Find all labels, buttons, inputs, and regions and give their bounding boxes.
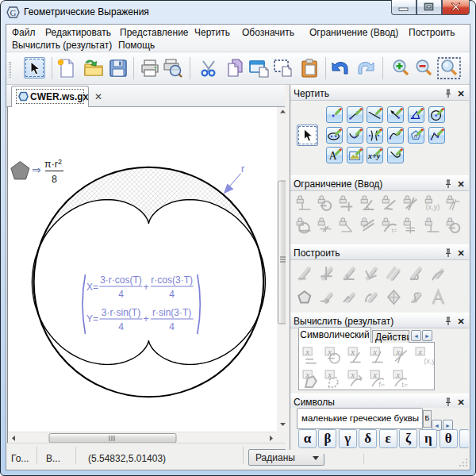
svg-text:(x,y): (x,y): [424, 357, 434, 365]
svg-text:r·sin(3·T): r·sin(3·T): [152, 307, 191, 318]
svg-text:x: x: [417, 347, 422, 356]
svg-text:X=: X=: [86, 282, 98, 293]
svg-text:π·r2: π·r2: [44, 158, 62, 170]
svg-text:r: r: [241, 163, 244, 175]
svg-text:Y=: Y=: [86, 313, 98, 324]
svg-text:+: +: [144, 313, 149, 324]
svg-text:3·r·sin(T): 3·r·sin(T): [102, 307, 140, 318]
svg-text:4: 4: [118, 321, 124, 332]
svg-text:⇒: ⇒: [32, 163, 41, 176]
svg-text:(x,y): (x,y): [426, 203, 440, 211]
svg-text:x: x: [350, 347, 355, 356]
svg-text:x: x: [395, 347, 400, 356]
svg-text:x: x: [350, 370, 355, 379]
svg-text:f=: f=: [379, 381, 385, 389]
svg-text:4: 4: [169, 321, 175, 332]
svg-text:x: x: [305, 347, 309, 356]
svg-text:x: x: [372, 347, 377, 356]
svg-text:x: x: [395, 370, 400, 379]
svg-text:G: G: [10, 8, 17, 17]
svg-text:8: 8: [52, 174, 57, 185]
svg-text:t=: t=: [392, 227, 397, 234]
svg-text:4: 4: [118, 289, 124, 300]
svg-text:x: x: [372, 370, 377, 379]
svg-text:r·cos(3·T): r·cos(3·T): [151, 274, 193, 286]
svg-text:t=: t=: [401, 381, 407, 389]
svg-text:+: +: [144, 282, 149, 293]
svg-text:A: A: [329, 150, 337, 162]
svg-text:4: 4: [169, 289, 175, 300]
svg-text:x: x: [328, 370, 332, 379]
svg-text:3·r·cos(T): 3·r·cos(T): [100, 274, 142, 286]
